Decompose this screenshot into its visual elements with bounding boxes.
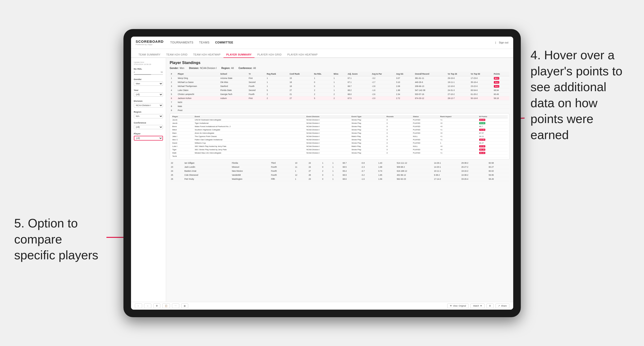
logo-text: SCOREBOARD [136, 39, 164, 43]
sidebar-year: Year (All) [134, 89, 163, 97]
col-school: School [219, 72, 248, 76]
col-overall: Overall Record [414, 72, 446, 76]
table-row: 4 Luke Claton Florida State Second 5 27 … [170, 88, 510, 92]
nav-tournaments[interactable]: TOURNAMENTS [170, 40, 194, 45]
subnav-player-summary[interactable]: PLAYER SUMMARY [224, 51, 254, 58]
hover-table-row: Jake I The Cypress Point Classic NCAA Di… [172, 135, 508, 138]
hover-popup: Player Event Event Division Event Type R… [170, 113, 510, 160]
table-row: 7 Nichi [170, 100, 510, 104]
col-adj-score: Adj. Score [346, 72, 370, 76]
points-cell: 20.64 [479, 119, 485, 121]
table-row: 22 Ian Gilligan Florida Third 10 24 1 1 … [170, 161, 510, 165]
points-cell: 56.18 [479, 149, 485, 151]
points-cell: 46.40 [479, 152, 485, 154]
separator-icon: | [495, 41, 496, 44]
content-area: Player Standings Gender: Men Division: N… [166, 58, 513, 302]
filter-row: Gender: Men Division: NCAA Division I Re… [170, 67, 510, 69]
annotation-top-right: 4. Hover over a player's points to see a… [530, 47, 630, 143]
subnav-team-h2h-grid[interactable]: TEAM H2H GRID [164, 51, 190, 58]
settings-button[interactable]: ⚙ [153, 304, 160, 308]
col-vs-top25: Vs Top 25 [446, 72, 470, 76]
points-cell: 53.60 [479, 122, 485, 124]
logo-area: SCOREBOARD Powered by clippi [136, 39, 164, 46]
player-select[interactable]: (All) [134, 136, 163, 141]
table-row: 9 Prest [170, 108, 510, 112]
lower-standings-table: 22 Ian Gilligan Florida Third 10 24 1 1 … [170, 161, 510, 181]
col-to-par: Avg to Par [370, 72, 395, 76]
app-header: SCOREBOARD Powered by clippi TOURNAMENTS… [131, 37, 513, 49]
year-select[interactable]: (All) [134, 92, 163, 97]
hover-table: Player Event Event Division Event Type R… [172, 115, 508, 158]
share-button[interactable]: ↗ Share [496, 304, 509, 308]
nav-teams[interactable]: TEAMS [199, 40, 210, 45]
col-player: Player [176, 72, 219, 76]
sidebar-division: Division NCAA Division I [134, 100, 163, 107]
division-select[interactable]: NCAA Division I [134, 103, 163, 107]
col-no-rds: No Rds. [313, 72, 332, 76]
hover-table-row: Jacob UNCW Seahawk Intercollegiate NCAA … [172, 118, 508, 121]
bottom-toolbar: ← → ⚙ 📋 ⋯ ◍ 👁 View: Original Watch ▼ ⬇ ↗ [131, 302, 513, 310]
nav-committee[interactable]: COMMITTEE [215, 40, 234, 45]
view-original-button[interactable]: 👁 View: Original [447, 304, 468, 308]
hover-table-row: Luke I SEC Match Play hosted by Jerry Pa… [172, 145, 508, 148]
points-badge[interactable]: 88.2 [494, 77, 500, 80]
region-select[interactable]: N/A [134, 114, 163, 118]
sub-nav: TEAM SUMMARY TEAM H2H GRID TEAM H2H HEAT… [131, 49, 513, 58]
chevron-down-icon: ▼ [480, 305, 482, 307]
table-row: 8 Mats [170, 104, 510, 108]
tablet-frame: SCOREBOARD Powered by clippi TOURNAMENTS… [124, 29, 521, 317]
share-icon: ↗ [498, 305, 500, 307]
annotation-bottom-left: 5. Option to compare specific players [14, 215, 104, 263]
table-row: 25 Cole Sherwood Vanderbilt Fourth 12 28… [170, 173, 510, 177]
logo-sub: Powered by clippi [136, 43, 164, 46]
subnav-player-h2h-grid[interactable]: PLAYER H2H GRID [254, 51, 284, 58]
table-row: 1 Wenyi Ding Arizona State First 1 15 1 … [170, 76, 510, 80]
subnav-team-h2h-heatmap[interactable]: TEAM H2H HEATMAP [190, 51, 224, 58]
sidebar: Update time: 27/01/2024 16:56:26 No Rds.… [131, 58, 166, 302]
tablet-screen: SCOREBOARD Powered by clippi TOURNAMENTS… [131, 37, 513, 310]
col-yr: Yr [248, 72, 265, 76]
table-row: 24 Bastien Amat New Mexico Fourth 1 27 2… [170, 169, 510, 173]
standings-table: # Player School Yr Reg Rank Conf Rank No… [170, 72, 510, 112]
undo-button[interactable]: ← [135, 304, 142, 308]
sign-out-button[interactable]: Sign out [499, 41, 508, 44]
update-time: Update time: 27/01/2024 16:56:26 [134, 61, 163, 65]
hover-table-row: Tiger SEC Stroke Play hosted by Jerry Pa… [172, 148, 508, 151]
col-conf-rank: Conf Rank [288, 72, 313, 76]
hover-col-status: Status [412, 115, 439, 118]
hover-col-player: Player [172, 115, 194, 118]
sidebar-conference: Conference (All) [134, 122, 163, 129]
col-wins: Wins [332, 72, 346, 76]
view-label: View: Original [453, 305, 466, 307]
hover-table-row: Matti Mirabel Maui Jim Intercollegiate N… [172, 151, 508, 155]
subnav-player-h2h-heatmap[interactable]: PLAYER H2H HEATMAP [284, 51, 320, 58]
hover-table-row: Brem Wake Forest Invitational at Pinehur… [172, 125, 508, 128]
table-row: 3 Michael Thorbjornsen Stanford Fourth 1… [170, 84, 510, 88]
page-title: Player Standings [170, 61, 510, 65]
hover-col-rounds: Rounds [386, 115, 412, 118]
copy-button[interactable]: 📋 [162, 304, 170, 308]
outer-container: 4. Hover over a player's points to see a… [0, 0, 644, 346]
hover-table-row: Mare Amer An Intercollegiate NCAA Divisi… [172, 131, 508, 135]
gender-select[interactable]: Men [134, 81, 163, 86]
col-vs-top50: Vs Top 50 [470, 72, 492, 76]
redo-button[interactable]: → [144, 304, 151, 308]
table-row: 6 Jackson Kohon Auburn First 2 27 5 2 67… [170, 96, 510, 100]
col-reg-rank: Reg Rank [266, 72, 288, 76]
hover-table-row: Alex C Fallen Oak Collegiate Invitationa… [172, 138, 508, 141]
download-button[interactable]: ⬇ [486, 304, 494, 308]
filter-gender: Gender: Men [170, 67, 184, 69]
points-badge[interactable]: 76.2 [494, 81, 500, 84]
nav-items: TOURNAMENTS TEAMS COMMITTEE [170, 40, 495, 45]
clock-button[interactable]: ◍ [181, 304, 188, 308]
col-avg-sg: Avg SG [395, 72, 414, 76]
conference-select[interactable]: (All) [134, 125, 163, 129]
no-rds-slider[interactable] [134, 74, 163, 75]
subnav-team-summary[interactable]: TEAM SUMMARY [136, 51, 164, 58]
points-badge[interactable]: 70.2 [494, 85, 500, 88]
watch-button[interactable]: Watch ▼ [470, 304, 484, 308]
sidebar-player: Player (All) [134, 133, 163, 141]
hover-table-row: Techt [172, 155, 508, 158]
table-row: 5 Christo Lamprecht Georgia Tech Fourth … [170, 92, 510, 96]
more-button[interactable]: ⋯ [172, 304, 179, 308]
